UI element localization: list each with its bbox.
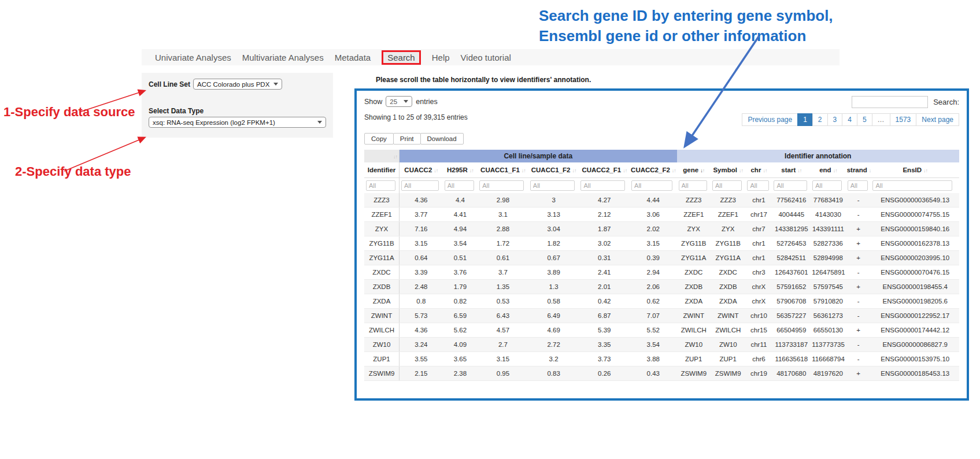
column-header-label: CUACC2_F1 — [582, 166, 621, 173]
nav-item-univariate-analyses[interactable]: Univariate Analyses — [155, 53, 231, 62]
filter-cell-start — [772, 178, 811, 194]
cell-h295r: 3.65 — [443, 352, 478, 367]
cell-symbol: ZYG11B — [711, 236, 746, 251]
column-header-symbol[interactable]: Symbol↓↑ — [711, 162, 746, 178]
sort-icon: ↓↑ — [434, 168, 438, 173]
filter-input-end[interactable] — [812, 180, 842, 191]
navbar-items: Univariate AnalysesMultivariate Analyses… — [155, 50, 511, 65]
cell-cuacc1-f2: 3.2 — [528, 352, 579, 367]
cell-symbol: ZYG11A — [711, 251, 746, 265]
filter-input-symbol[interactable] — [712, 180, 742, 191]
data-type-select[interactable]: xsq: RNA-seq Expression (log2 FPKM+1) — [149, 117, 326, 128]
column-header-strand[interactable]: strand↓↑ — [846, 162, 871, 178]
column-header-cuacc1-f2[interactable]: CUACC1_F2↓↑ — [528, 162, 579, 178]
filter-input-cuacc2[interactable] — [401, 180, 439, 191]
filter-input-cuacc2-f2[interactable] — [631, 180, 672, 191]
column-header-identifier[interactable]: Identifier — [364, 162, 400, 178]
cell-cuacc2-f1: 2.01 — [579, 280, 630, 294]
cell-chr: chr3 — [745, 265, 772, 280]
column-header-end[interactable]: end↓↑ — [811, 162, 846, 178]
filter-cell-cuacc1-f2 — [528, 178, 579, 194]
cell-cuacc2: 5.73 — [400, 309, 443, 323]
filter-input-cuacc2-f1[interactable] — [580, 180, 625, 191]
download-button[interactable]: Download — [420, 133, 464, 145]
page-length-select[interactable]: 25 — [386, 96, 412, 107]
nav-item-help[interactable]: Help — [432, 53, 450, 62]
chevron-down-icon — [273, 83, 278, 86]
pagination-page-3[interactable]: 3 — [827, 113, 843, 126]
cell-cuacc1-f1: 3.15 — [478, 352, 528, 367]
show-label: Show — [364, 98, 382, 106]
filter-input-gene[interactable] — [679, 180, 707, 191]
filter-input-start[interactable] — [774, 180, 807, 191]
nav-item-video-tutorial[interactable]: Video tutorial — [461, 53, 511, 62]
column-header-label: start — [781, 166, 796, 173]
pagination-page-4[interactable]: 4 — [842, 113, 857, 126]
nav-item-metadata[interactable]: Metadata — [335, 53, 371, 62]
column-header-label: Symbol — [713, 166, 737, 173]
cell-start: 48170680 — [772, 367, 811, 381]
column-header-chr[interactable]: chr↓↑ — [745, 162, 772, 178]
cell-cuacc1-f1: 0.53 — [478, 294, 528, 309]
column-header-ensid[interactable]: EnsID↓↑ — [871, 162, 959, 178]
column-header-cuacc1-f1[interactable]: CUACC1_F1↓↑ — [478, 162, 528, 178]
sort-asc-icon: ↑ — [523, 168, 526, 173]
filter-input-ensid[interactable] — [872, 180, 952, 191]
table-search-input[interactable] — [852, 96, 928, 108]
cell-strand: - — [846, 309, 871, 323]
pagination-previous-button[interactable]: Previous page — [742, 113, 798, 126]
column-header-label: chr — [750, 166, 761, 173]
column-header-gene[interactable]: gene↓↑ — [677, 162, 711, 178]
cell-cuacc2-f2: 2.02 — [630, 222, 676, 236]
filter-input-identifier[interactable] — [366, 180, 395, 191]
nav-item-multivariate-analyses[interactable]: Multivariate Analyses — [242, 53, 324, 62]
filter-input-cuacc1-f1[interactable] — [479, 180, 524, 191]
cell-cuacc1-f1: 2.98 — [478, 193, 528, 208]
filter-input-strand[interactable] — [848, 180, 868, 191]
cell-ensid: ENSG00000185453.13 — [871, 367, 959, 381]
pagination-next-button[interactable]: Next page — [916, 113, 959, 126]
nav-item-search[interactable]: Search — [382, 50, 421, 65]
cell-gene: ZXDB — [677, 280, 711, 294]
export-toolbar: CopyPrintDownload — [364, 133, 959, 145]
copy-button[interactable]: Copy — [364, 133, 394, 145]
column-header-cuacc2-f2[interactable]: CUACC2_F2↓↑ — [630, 162, 676, 178]
cell-ensid: ENSG00000074755.15 — [871, 208, 959, 222]
filter-input-cuacc1-f2[interactable] — [530, 180, 575, 191]
print-button[interactable]: Print — [393, 133, 421, 145]
cell-ensid: ENSG00000198205.6 — [871, 294, 959, 309]
cell-chr: chr1 — [745, 193, 772, 208]
column-header-label: CUACC1_F1 — [480, 166, 520, 173]
pagination-page-1[interactable]: 1 — [797, 113, 813, 126]
cell-start: 57906708 — [772, 294, 811, 309]
pagination-page-1573[interactable]: 1573 — [890, 113, 917, 126]
cell-strand: + — [846, 367, 871, 381]
cell-cuacc2-f2: 0.62 — [630, 294, 676, 309]
cell-ensid: ENSG00000036549.13 — [871, 193, 959, 208]
cell-chr: chr15 — [745, 323, 772, 338]
cell-cuacc2-f2: 3.15 — [630, 236, 676, 251]
column-header-h295r[interactable]: H295R↓↑ — [443, 162, 478, 178]
cell-cuacc1-f2: 0.83 — [528, 367, 579, 381]
pagination-page-5[interactable]: 5 — [857, 113, 872, 126]
cell-ensid: ENSG00000070476.15 — [871, 265, 959, 280]
filter-input-h295r[interactable] — [445, 180, 474, 191]
cell-cuacc1-f1: 4.57 — [478, 323, 528, 338]
table-corner-sort-cell[interactable]: ↓↑ — [364, 150, 400, 162]
column-header-start[interactable]: start↓↑ — [772, 162, 811, 178]
cell-end: 48197620 — [811, 367, 846, 381]
column-header-cuacc2[interactable]: CUACC2↓↑ — [400, 162, 443, 178]
filter-cell-ensid — [871, 178, 959, 194]
sort-icon: ↓↑ — [923, 168, 927, 173]
cell-identifier: ZYG11B — [364, 236, 400, 251]
column-header-cuacc2-f1[interactable]: CUACC2_F1↓↑ — [579, 162, 630, 178]
data-type-label: Select Data Type — [149, 107, 326, 115]
column-header-label: Identifier — [368, 166, 396, 173]
filter-input-chr[interactable] — [747, 180, 769, 191]
cell-line-set-select[interactable]: ACC Colorado plus PDX — [193, 79, 282, 90]
cell-strand: + — [846, 236, 871, 251]
cell-identifier: ZYX — [364, 222, 400, 236]
cell-end: 4143030 — [811, 208, 846, 222]
pagination-page-2[interactable]: 2 — [812, 113, 828, 126]
entries-label: entries — [416, 98, 438, 106]
